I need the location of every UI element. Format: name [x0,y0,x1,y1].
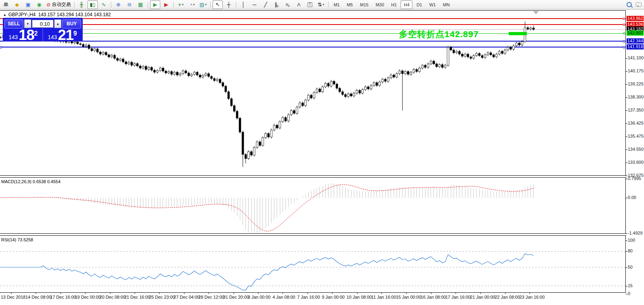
volume-input[interactable] [32,20,53,28]
time-axis-tick [61,293,61,294]
main-toolbar: 单◆▣◉⊘自动交易╫▮▯∿⊕⊖▦▶▶+▾◔▾▨▾↖┼│─╱∥E≡FAT⇅▾M1M… [0,0,644,9]
axis-tick [626,58,627,59]
tile-windows-icon[interactable]: ▦ [135,0,146,9]
macd-tick-label: 0.00 [628,195,636,200]
tf-h4-button[interactable]: H4 [401,0,412,9]
axis-tick [626,251,627,252]
rsi-panel-divider[interactable] [0,233,626,236]
price-line-label-143.962: 143.962 [627,16,644,21]
price-tick-label: 141.100 [628,55,644,61]
tf-w1-button[interactable]: W1 [426,0,439,9]
line-handle[interactable] [623,32,625,34]
toolbar-separator [328,2,329,8]
sell-price[interactable]: 143 18 2 [4,28,42,42]
axis-tick [626,163,627,163]
text-icon[interactable]: A [294,0,304,9]
text-label-icon[interactable]: T [305,0,315,9]
price-tick-label: 138.300 [628,95,644,100]
templates-icon[interactable]: ▨▾ [198,0,208,9]
price-line-label-142.897: 142.897 [627,30,644,36]
line-chart-icon[interactable]: ∿ [99,0,109,9]
sell-big-figure: 143 [9,33,18,41]
auto-scroll-icon[interactable]: ▶ [150,0,160,9]
indicators-icon-dropdown: ▾ [182,3,184,6]
line-handle[interactable] [623,40,625,42]
time-axis-tick [159,293,160,294]
axis-tick [626,123,627,124]
arrows-icon[interactable]: ⇅▾ [316,0,326,9]
tf-mn-button[interactable]: MN [440,0,453,9]
time-axis-label: 4 Jan 08:00 [272,295,295,299]
bar-chart-icon[interactable]: ╫ [76,0,87,9]
line-handle[interactable] [623,24,625,26]
time-axis-tick [357,293,357,294]
chart-shift-marker[interactable] [533,11,539,14]
tf-m15-button[interactable]: M15 [357,0,371,9]
mt4-terminal: { "toolbar": { "dropdown_glyph": "▾", "i… [0,0,644,305]
green-trend-segment[interactable] [509,32,527,35]
periods-icon[interactable]: ◔▾ [187,0,197,9]
chart-window-icon[interactable]: ◆ [12,0,22,9]
one-click-trading-panel: SELL ▼ ▲ BUY 143 18 2 143 21 9 [3,18,83,42]
tf-m5-button[interactable]: M5 [344,0,356,9]
chart-plot-surface[interactable] [0,10,626,294]
axis-tick [626,286,627,286]
rsi-tick-label: 100 [628,238,635,243]
tf-m30-button[interactable]: M30 [372,0,387,9]
market-signal-icon[interactable]: ◉ [34,0,44,9]
candlestick-chart-icon[interactable]: ▮▯ [87,0,98,9]
pivot-annotation-text[interactable]: 多空转折点142.897 [399,28,479,40]
equidistant-channel-icon[interactable]: ∥E [272,0,282,9]
time-axis-label: 14 Dec 08:00 [25,295,51,299]
rsi-tick-label: 80 [628,248,633,254]
autotrading-button[interactable]: ⊘自动交易 [45,0,72,9]
price-line-label-142.344: 142.344 [627,38,644,44]
price-tick-label: 136.425 [628,121,644,126]
trade-panel-divider [42,28,43,42]
time-axis-tick [406,293,407,294]
vertical-line-icon[interactable]: │ [238,0,249,9]
indicators-icon[interactable]: +▾ [176,0,186,9]
new-order-icon[interactable]: 单 [1,0,11,9]
time-axis-tick [283,293,283,294]
chart-title: ▲GBPJPY-,H4 143.157 143.294 143.104 143.… [3,12,111,17]
chart-collapse-arrow[interactable]: ▲ [3,13,6,17]
axis-tick [626,294,627,294]
periods-icon-dropdown: ▾ [193,3,195,6]
zoom-in-icon[interactable]: ⊕ [113,0,123,9]
buy-price[interactable]: 143 21 9 [44,28,81,42]
horizontal-line-icon[interactable]: ─ [249,0,260,9]
price-line-label-141.918: 141.918 [627,44,644,49]
time-axis-tick [456,293,456,294]
axis-tick [626,198,627,198]
time-axis-label: 21 Jan 00:00 [470,295,496,299]
cursor-icon[interactable]: ↖ [213,0,223,9]
crosshair-icon[interactable]: ┼ [224,0,234,9]
sell-pipette: 2 [34,31,38,36]
fibonacci-icon[interactable]: ≡F [283,0,293,9]
tf-m1-button[interactable]: M1 [331,0,343,9]
macd-panel-divider[interactable] [0,175,626,178]
time-axis-tick [135,293,135,294]
time-axis-label: 11 Jan 16:00 [371,295,396,299]
toolbar-separator [236,2,236,8]
toolbar-separator [173,2,174,8]
line-handle[interactable] [623,18,625,20]
time-axis-label: 20 Dec 08:00 [100,295,125,299]
chat-icon[interactable] [636,2,642,7]
tf-d1-button[interactable]: D1 [413,0,425,9]
chart-shift-icon[interactable]: ▶ [161,0,171,9]
line-handle[interactable] [0,46,2,48]
profiles-icon[interactable]: ▣ [23,0,33,9]
trendline-icon[interactable]: ╱ [260,0,271,9]
time-axis-label: 25 Dec 23:00 [149,295,175,299]
time-axis-label: 17 Jan 16:00 [445,295,471,299]
time-axis-tick [258,293,258,294]
tf-h1-button[interactable]: H1 [388,0,400,9]
axis-tick [626,110,627,111]
line-handle[interactable] [623,46,625,48]
search-icon[interactable] [627,2,632,7]
zoom-out-icon[interactable]: ⊖ [124,0,135,9]
time-axis-tick [530,293,530,294]
rsi-tick-label: 0 [628,291,630,296]
